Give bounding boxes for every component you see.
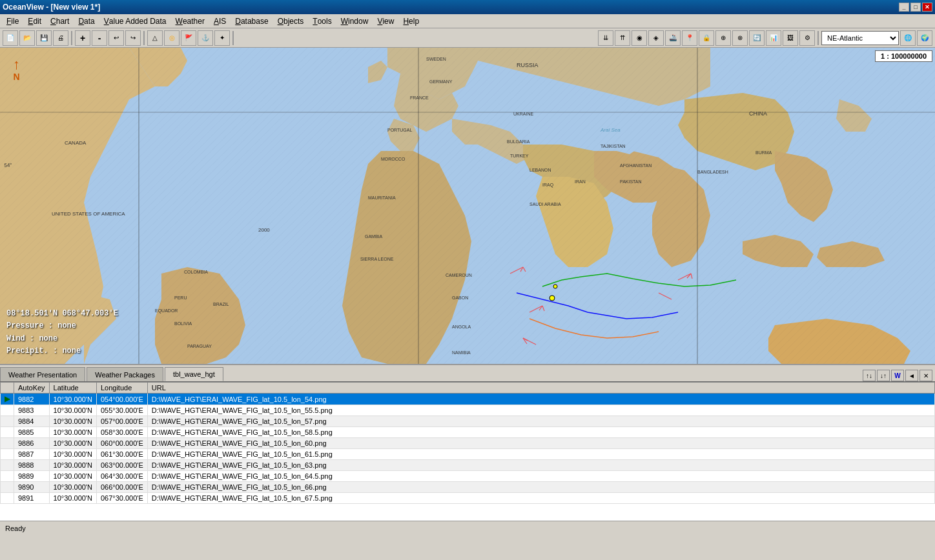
nav-btn1[interactable]: △ xyxy=(147,30,163,46)
tool-btn11[interactable]: 📊 xyxy=(766,30,781,46)
url-col: D:\WAVE_HGT\ERAI_WAVE_FIG_lat_10.5_lon_6… xyxy=(147,482,934,493)
tool-btn9[interactable]: ⊗ xyxy=(732,30,748,46)
svg-text:TURKEY: TURKEY xyxy=(510,154,529,158)
table-row[interactable]: 9888 10°30.000'N 063°00.000'E D:\WAVE_HG… xyxy=(1,460,935,471)
table-row[interactable]: 9885 10°30.000'N 058°30.000'E D:\WAVE_HG… xyxy=(1,427,935,438)
menu-bar: File Edit Chart Data Value Added Data We… xyxy=(0,14,935,28)
menu-value-added-data[interactable]: Value Added Data xyxy=(100,15,170,28)
autokey-col: 9882 xyxy=(14,394,50,405)
latitude-col: 10°30.000'N xyxy=(49,482,96,493)
map-container[interactable]: › xyxy=(0,48,935,364)
longitude-col: 066°00.000'E xyxy=(96,482,147,493)
longitude-col: 067°30.000'E xyxy=(96,493,147,504)
svg-text:BOLIVIA: BOLIVIA xyxy=(174,321,192,326)
longitude-col: 054°00.000'E xyxy=(96,394,147,405)
svg-text:LEBANON: LEBANON xyxy=(529,168,551,172)
tool-btn7[interactable]: 🔒 xyxy=(699,30,714,46)
tab-tbl-wave-hgt[interactable]: tbl_wave_hgt xyxy=(165,367,223,381)
tool-btn5[interactable]: 🚢 xyxy=(665,30,681,46)
url-col: D:\WAVE_HGT\ERAI_WAVE_FIG_lat_10.5_lon_6… xyxy=(147,460,934,471)
nav-btn2[interactable]: ◎ xyxy=(164,30,180,46)
tool-btn13[interactable]: ⚙ xyxy=(799,30,815,46)
svg-text:PAKISTAN: PAKISTAN xyxy=(620,179,642,184)
menu-chart[interactable]: Chart xyxy=(46,15,73,28)
svg-text:FRANCE: FRANCE xyxy=(410,95,429,100)
svg-point-22 xyxy=(553,285,557,288)
tool-btn3[interactable]: ◉ xyxy=(632,30,647,46)
menu-objects[interactable]: Objects xyxy=(274,15,308,28)
globe-btn1[interactable]: 🌐 xyxy=(900,30,916,46)
nav-btn3[interactable]: 🚩 xyxy=(181,30,196,46)
minimize-btn[interactable]: _ xyxy=(899,3,909,12)
close-btn[interactable]: ✕ xyxy=(922,3,932,12)
longitude-col: 061°30.000'E xyxy=(96,449,147,460)
tool-btn4[interactable]: ◈ xyxy=(648,30,664,46)
svg-text:IRAN: IRAN xyxy=(575,179,586,184)
latitude-col: 10°30.000'N xyxy=(49,405,96,416)
col-autokey[interactable]: AutoKey xyxy=(14,383,50,394)
table-row[interactable]: 9889 10°30.000'N 064°30.000'E D:\WAVE_HG… xyxy=(1,471,935,482)
table-row[interactable]: 9883 10°30.000'N 055°30.000'E D:\WAVE_HG… xyxy=(1,405,935,416)
table-row[interactable]: 9887 10°30.000'N 061°30.000'E D:\WAVE_HG… xyxy=(1,449,935,460)
menu-edit[interactable]: Edit xyxy=(24,15,45,28)
table-row[interactable]: 9884 10°30.000'N 057°00.000'E D:\WAVE_HG… xyxy=(1,416,935,427)
bold-btn[interactable]: W xyxy=(891,370,904,381)
menu-file[interactable]: File xyxy=(3,15,23,28)
menu-data[interactable]: Data xyxy=(74,15,98,28)
col-latitude[interactable]: Latitude xyxy=(49,383,96,394)
menu-window[interactable]: Window xyxy=(337,15,373,28)
play-col xyxy=(1,438,14,449)
menu-view[interactable]: View xyxy=(373,15,398,28)
region-dropdown[interactable]: NE-Atlantic xyxy=(821,31,899,45)
play-col xyxy=(1,471,14,482)
menu-ais[interactable]: AIS xyxy=(210,15,230,28)
sort-asc-btn[interactable]: ↑↓ xyxy=(863,370,876,381)
menu-help[interactable]: Help xyxy=(399,15,423,28)
col-longitude[interactable]: Longitude xyxy=(96,383,147,394)
play-col xyxy=(1,449,14,460)
svg-text:AFGHANISTAN: AFGHANISTAN xyxy=(620,163,652,168)
table-row[interactable]: 9891 10°30.000'N 067°30.000'E D:\WAVE_HG… xyxy=(1,493,935,504)
data-table: AutoKey Latitude Longitude URL ▶ 9882 10… xyxy=(0,382,935,504)
tool-btn1[interactable]: ⇊ xyxy=(598,30,613,46)
tool-btn12[interactable]: 🖼 xyxy=(783,30,798,46)
open-btn[interactable]: 📂 xyxy=(19,30,35,46)
maximize-btn[interactable]: □ xyxy=(910,3,921,12)
print-btn[interactable]: 🖨 xyxy=(53,30,68,46)
menu-tools[interactable]: Tools xyxy=(309,15,335,28)
table-row[interactable]: 9890 10°30.000'N 066°00.000'E D:\WAVE_HG… xyxy=(1,482,935,493)
save-btn[interactable]: 💾 xyxy=(36,30,52,46)
back-btn[interactable]: ◄ xyxy=(905,370,918,381)
table-container[interactable]: AutoKey Latitude Longitude URL ▶ 9882 10… xyxy=(0,382,935,521)
tab-controls: ↑↓ ↓↑ W ◄ ✕ xyxy=(860,370,935,381)
tab-weather-packages[interactable]: Weather Packages xyxy=(87,367,163,381)
menu-database[interactable]: Database xyxy=(231,15,272,28)
redo-btn[interactable]: ↪ xyxy=(125,30,141,46)
tool-btn8[interactable]: ⊕ xyxy=(715,30,731,46)
close-tab-btn[interactable]: ✕ xyxy=(920,370,932,381)
nav-btn4[interactable]: ⚓ xyxy=(198,30,213,46)
tool-btn10[interactable]: 🔄 xyxy=(749,30,765,46)
autokey-col: 9891 xyxy=(14,493,50,504)
table-row[interactable]: ▶ 9882 10°30.000'N 054°00.000'E D:\WAVE_… xyxy=(1,394,935,405)
tool-btn2[interactable]: ⇈ xyxy=(615,30,630,46)
zoom-out-btn[interactable]: - xyxy=(92,30,107,46)
svg-text:MOROCCO: MOROCCO xyxy=(381,157,406,161)
sort-desc-btn[interactable]: ↓↑ xyxy=(877,370,890,381)
table-row[interactable]: 9886 10°30.000'N 060°00.000'E D:\WAVE_HG… xyxy=(1,438,935,449)
zoom-in-btn[interactable]: + xyxy=(75,30,90,46)
svg-text:PARAGUAY: PARAGUAY xyxy=(187,344,212,348)
tab-weather-presentation[interactable]: Weather Presentation xyxy=(0,367,85,381)
col-url[interactable]: URL xyxy=(147,383,934,394)
coordinates-display: 08°18.501'N 068°47.003'E Pressure : none… xyxy=(6,308,118,357)
globe-btn2[interactable]: 🌍 xyxy=(917,30,932,46)
undo-btn[interactable]: ↩ xyxy=(108,30,124,46)
svg-text:54°: 54° xyxy=(4,162,12,168)
new-btn[interactable]: 📄 xyxy=(3,30,18,46)
play-col xyxy=(1,460,14,471)
nav-btn5[interactable]: ✦ xyxy=(214,30,230,46)
tool-btn6[interactable]: 📍 xyxy=(682,30,697,46)
menu-weather[interactable]: Weather xyxy=(172,15,209,28)
autokey-col: 9883 xyxy=(14,405,50,416)
latitude-col: 10°30.000'N xyxy=(49,449,96,460)
